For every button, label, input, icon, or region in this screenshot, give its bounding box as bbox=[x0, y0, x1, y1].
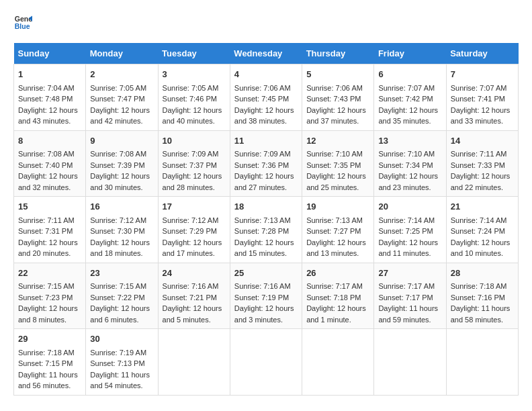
sunset-text: Sunset: 7:45 PM bbox=[234, 95, 289, 103]
sunrise-text: Sunrise: 7:10 AM bbox=[378, 150, 435, 158]
daylight-text: Daylight: 12 hours and 27 minutes. bbox=[234, 172, 294, 191]
sunrise-text: Sunrise: 7:17 AM bbox=[378, 282, 435, 290]
calendar-cell: 9Sunrise: 7:08 AMSunset: 7:39 PMDaylight… bbox=[86, 130, 158, 197]
sunrise-text: Sunrise: 7:09 AM bbox=[234, 150, 291, 158]
sunset-text: Sunset: 7:33 PM bbox=[451, 161, 505, 169]
calendar-cell: 22Sunrise: 7:15 AMSunset: 7:23 PMDayligh… bbox=[14, 263, 86, 329]
calendar-cell: 20Sunrise: 7:14 AMSunset: 7:25 PMDayligh… bbox=[374, 197, 446, 263]
daylight-text: Daylight: 12 hours and 25 minutes. bbox=[306, 172, 366, 191]
calendar-cell: 12Sunrise: 7:10 AMSunset: 7:35 PMDayligh… bbox=[302, 130, 374, 197]
daylight-text: Daylight: 12 hours and 23 minutes. bbox=[378, 172, 438, 191]
sunrise-text: Sunrise: 7:11 AM bbox=[451, 150, 507, 158]
daylight-text: Daylight: 11 hours and 54 minutes. bbox=[90, 371, 150, 390]
day-number: 15 bbox=[18, 200, 81, 214]
day-number: 20 bbox=[378, 200, 441, 214]
daylight-text: Daylight: 12 hours and 11 minutes. bbox=[378, 238, 438, 258]
calendar-cell: 5Sunrise: 7:06 AMSunset: 7:43 PMDaylight… bbox=[302, 64, 374, 131]
sunrise-text: Sunrise: 7:08 AM bbox=[18, 150, 75, 158]
calendar-cell: 1Sunrise: 7:04 AMSunset: 7:48 PMDaylight… bbox=[14, 64, 86, 131]
calendar-cell: 19Sunrise: 7:13 AMSunset: 7:27 PMDayligh… bbox=[302, 197, 374, 263]
sunset-text: Sunset: 7:39 PM bbox=[90, 161, 144, 169]
sunrise-text: Sunrise: 7:05 AM bbox=[90, 84, 146, 92]
daylight-text: Daylight: 12 hours and 13 minutes. bbox=[306, 238, 366, 258]
sunrise-text: Sunrise: 7:06 AM bbox=[306, 84, 363, 92]
page-header: General Blue bbox=[13, 13, 519, 32]
sunset-text: Sunset: 7:18 PM bbox=[306, 293, 361, 302]
weekday-header-tuesday: Tuesday bbox=[158, 43, 230, 64]
daylight-text: Daylight: 12 hours and 1 minute. bbox=[306, 304, 366, 324]
sunset-text: Sunset: 7:30 PM bbox=[90, 227, 144, 235]
daylight-text: Daylight: 12 hours and 40 minutes. bbox=[163, 106, 222, 126]
sunrise-text: Sunrise: 7:07 AM bbox=[451, 84, 507, 92]
sunset-text: Sunset: 7:27 PM bbox=[306, 227, 361, 235]
sunset-text: Sunset: 7:28 PM bbox=[234, 227, 289, 235]
sunrise-text: Sunrise: 7:15 AM bbox=[90, 282, 146, 290]
sunset-text: Sunset: 7:24 PM bbox=[451, 227, 505, 235]
sunrise-text: Sunrise: 7:19 AM bbox=[90, 349, 146, 357]
sunrise-text: Sunrise: 7:11 AM bbox=[18, 216, 75, 224]
sunrise-text: Sunrise: 7:18 AM bbox=[18, 349, 75, 357]
sunset-text: Sunset: 7:16 PM bbox=[451, 293, 505, 302]
sunset-text: Sunset: 7:35 PM bbox=[306, 161, 361, 169]
calendar-cell: 16Sunrise: 7:12 AMSunset: 7:30 PMDayligh… bbox=[86, 197, 158, 263]
calendar-cell: 17Sunrise: 7:12 AMSunset: 7:29 PMDayligh… bbox=[158, 197, 230, 263]
daylight-text: Daylight: 12 hours and 17 minutes. bbox=[163, 238, 222, 258]
sunrise-text: Sunrise: 7:14 AM bbox=[451, 216, 507, 224]
sunrise-text: Sunrise: 7:16 AM bbox=[234, 282, 291, 290]
calendar-cell: 18Sunrise: 7:13 AMSunset: 7:28 PMDayligh… bbox=[230, 197, 302, 263]
day-number: 30 bbox=[90, 332, 153, 346]
day-number: 12 bbox=[306, 134, 369, 148]
calendar-cell: 6Sunrise: 7:07 AMSunset: 7:42 PMDaylight… bbox=[374, 64, 446, 131]
calendar-cell bbox=[374, 329, 446, 396]
calendar-cell: 8Sunrise: 7:08 AMSunset: 7:40 PMDaylight… bbox=[14, 130, 86, 197]
calendar-cell: 10Sunrise: 7:09 AMSunset: 7:37 PMDayligh… bbox=[158, 130, 230, 197]
daylight-text: Daylight: 12 hours and 32 minutes. bbox=[18, 172, 78, 191]
day-number: 17 bbox=[163, 200, 226, 214]
daylight-text: Daylight: 11 hours and 56 minutes. bbox=[18, 371, 78, 390]
day-number: 26 bbox=[306, 267, 369, 280]
daylight-text: Daylight: 12 hours and 10 minutes. bbox=[451, 238, 511, 258]
daylight-text: Daylight: 12 hours and 28 minutes. bbox=[163, 172, 222, 191]
calendar-cell: 29Sunrise: 7:18 AMSunset: 7:15 PMDayligh… bbox=[14, 329, 86, 396]
daylight-text: Daylight: 12 hours and 33 minutes. bbox=[451, 106, 511, 126]
sunrise-text: Sunrise: 7:14 AM bbox=[378, 216, 435, 224]
daylight-text: Daylight: 11 hours and 58 minutes. bbox=[451, 304, 511, 324]
daylight-text: Daylight: 12 hours and 43 minutes. bbox=[18, 106, 78, 126]
sunset-text: Sunset: 7:47 PM bbox=[90, 95, 144, 103]
calendar-cell: 14Sunrise: 7:11 AMSunset: 7:33 PMDayligh… bbox=[446, 130, 518, 197]
sunrise-text: Sunrise: 7:07 AM bbox=[378, 84, 435, 92]
sunrise-text: Sunrise: 7:12 AM bbox=[163, 216, 219, 224]
daylight-text: Daylight: 12 hours and 15 minutes. bbox=[234, 238, 294, 258]
sunset-text: Sunset: 7:22 PM bbox=[90, 293, 144, 302]
daylight-text: Daylight: 12 hours and 37 minutes. bbox=[306, 106, 366, 126]
day-number: 6 bbox=[378, 68, 441, 81]
calendar-cell: 11Sunrise: 7:09 AMSunset: 7:36 PMDayligh… bbox=[230, 130, 302, 197]
calendar-table: SundayMondayTuesdayWednesdayThursdayFrid… bbox=[13, 43, 519, 396]
calendar-cell: 23Sunrise: 7:15 AMSunset: 7:22 PMDayligh… bbox=[86, 263, 158, 329]
sunrise-text: Sunrise: 7:15 AM bbox=[18, 282, 75, 290]
sunset-text: Sunset: 7:43 PM bbox=[306, 95, 361, 103]
calendar-cell: 24Sunrise: 7:16 AMSunset: 7:21 PMDayligh… bbox=[158, 263, 230, 329]
sunrise-text: Sunrise: 7:09 AM bbox=[163, 150, 219, 158]
logo: General Blue bbox=[13, 13, 32, 32]
day-number: 23 bbox=[90, 267, 153, 280]
daylight-text: Daylight: 12 hours and 5 minutes. bbox=[163, 304, 222, 324]
weekday-header-wednesday: Wednesday bbox=[230, 43, 302, 64]
calendar-cell: 21Sunrise: 7:14 AMSunset: 7:24 PMDayligh… bbox=[446, 197, 518, 263]
calendar-cell bbox=[302, 329, 374, 396]
day-number: 18 bbox=[234, 200, 298, 214]
sunrise-text: Sunrise: 7:16 AM bbox=[163, 282, 219, 290]
day-number: 1 bbox=[18, 68, 81, 81]
day-number: 8 bbox=[18, 134, 81, 148]
daylight-text: Daylight: 11 hours and 59 minutes. bbox=[378, 304, 438, 324]
sunset-text: Sunset: 7:21 PM bbox=[163, 293, 217, 302]
daylight-text: Daylight: 12 hours and 3 minutes. bbox=[234, 304, 294, 324]
calendar-cell: 28Sunrise: 7:18 AMSunset: 7:16 PMDayligh… bbox=[446, 263, 518, 329]
sunrise-text: Sunrise: 7:05 AM bbox=[163, 84, 219, 92]
daylight-text: Daylight: 12 hours and 30 minutes. bbox=[90, 172, 150, 191]
calendar-cell: 15Sunrise: 7:11 AMSunset: 7:31 PMDayligh… bbox=[14, 197, 86, 263]
sunset-text: Sunset: 7:37 PM bbox=[163, 161, 217, 169]
sunset-text: Sunset: 7:17 PM bbox=[378, 293, 433, 302]
calendar-cell: 25Sunrise: 7:16 AMSunset: 7:19 PMDayligh… bbox=[230, 263, 302, 329]
calendar-cell: 27Sunrise: 7:17 AMSunset: 7:17 PMDayligh… bbox=[374, 263, 446, 329]
